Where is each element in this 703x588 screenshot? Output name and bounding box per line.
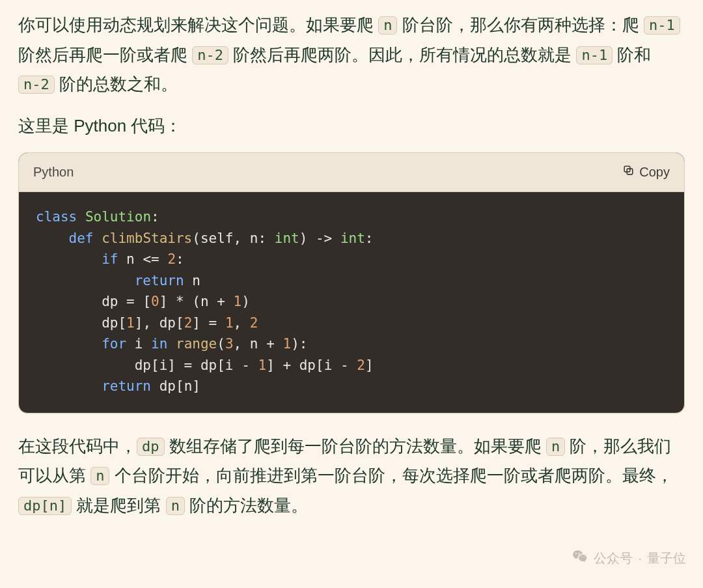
- tok-self: self: [200, 231, 234, 246]
- tok-def: def: [69, 231, 94, 246]
- tok-2: 2: [357, 357, 365, 373]
- tok-dp: dp: [135, 357, 151, 373]
- paragraph-2: 这里是 Python 代码：: [18, 111, 685, 141]
- tok-if: if: [102, 251, 118, 267]
- tok-n: n: [192, 273, 200, 288]
- code-body: class Solution: def climbStairs(self, n:…: [19, 192, 684, 413]
- inline-code-dp: dp: [137, 438, 165, 456]
- copy-icon: [622, 161, 635, 184]
- inline-code-n-2: n-2: [192, 46, 228, 64]
- paragraph-3: 在这段代码中，dp 数组存储了爬到每一阶台阶的方法数量。如果要爬 n 阶，那么我…: [18, 432, 685, 521]
- inline-code-n: n: [90, 467, 109, 485]
- watermark: 公众号 · 量子位: [572, 548, 686, 568]
- inline-code-n-1: n-1: [644, 16, 680, 35]
- inline-code-dp-n: dp[n]: [18, 497, 72, 515]
- article-content: 你可以使用动态规划来解决这个问题。如果要爬 n 阶台阶，那么你有两种选择：爬 n…: [18, 10, 685, 520]
- paragraph-1: 你可以使用动态规划来解决这个问题。如果要爬 n 阶台阶，那么你有两种选择：爬 n…: [18, 10, 685, 100]
- copy-button[interactable]: Copy: [622, 161, 670, 184]
- watermark-sep: ·: [638, 551, 642, 566]
- tok-climbstairs: climbStairs: [102, 231, 192, 246]
- tok-1: 1: [258, 357, 266, 373]
- text: 数组存储了爬到每一阶台阶的方法数量。如果要爬: [165, 436, 546, 456]
- tok-n: n: [200, 294, 209, 309]
- watermark-label: 公众号: [594, 550, 633, 567]
- tok-int: int: [340, 231, 365, 246]
- inline-code-n: n: [166, 497, 185, 515]
- tok-range: range: [176, 336, 217, 352]
- tok-int: int: [275, 231, 299, 246]
- tok-i: i: [159, 357, 168, 373]
- tok-dp: dp: [159, 315, 176, 331]
- copy-label: Copy: [639, 161, 670, 184]
- code-block: Python Copy class Solution: def climbSta…: [18, 152, 685, 413]
- inline-code-n: n: [378, 16, 397, 35]
- inline-code-n-2: n-2: [18, 76, 55, 94]
- tok-return: return: [135, 273, 184, 288]
- tok-solution: Solution: [85, 209, 151, 225]
- code-language-label: Python: [33, 161, 74, 184]
- tok-n: n: [126, 251, 135, 267]
- tok-dp: dp: [299, 357, 316, 373]
- tok-return: return: [102, 378, 151, 394]
- tok-i: i: [324, 357, 333, 373]
- tok-3: 3: [225, 336, 234, 352]
- text: 阶的总数之和。: [55, 74, 178, 94]
- tok-in: in: [151, 336, 167, 352]
- tok-2: 2: [167, 251, 176, 267]
- tok-n: n: [250, 231, 258, 246]
- inline-code-n: n: [546, 438, 565, 456]
- tok-2: 2: [250, 315, 258, 331]
- tok-1: 1: [234, 294, 242, 309]
- tok-1: 1: [283, 336, 291, 352]
- text: 阶和: [613, 45, 651, 64]
- code-header: Python Copy: [19, 153, 684, 192]
- watermark-name: 量子位: [647, 550, 686, 567]
- text: 在这段代码中，: [18, 436, 137, 456]
- tok-i: i: [225, 357, 234, 373]
- text: 个台阶开始，向前推进到第一阶台阶，每次选择爬一阶或者爬两阶。最终，: [109, 466, 672, 485]
- tok-0: 0: [151, 294, 159, 309]
- tok-dp: dp: [102, 315, 118, 331]
- tok-2: 2: [184, 315, 193, 331]
- tok-1: 1: [126, 315, 135, 331]
- tok-for: for: [102, 336, 126, 352]
- wechat-icon: [572, 548, 588, 568]
- inline-code-n-1: n-1: [576, 46, 613, 64]
- text: 阶的方法数量。: [185, 496, 308, 515]
- tok-class: class: [36, 209, 77, 225]
- text: 就是爬到第: [72, 496, 165, 515]
- text: 阶台阶，那么你有两种选择：爬: [397, 15, 643, 35]
- text: 阶然后再爬两阶。因此，所有情况的总数就是: [228, 45, 576, 64]
- tok-1: 1: [225, 315, 234, 331]
- text: 阶然后再爬一阶或者爬: [18, 45, 192, 64]
- tok-n: n: [184, 378, 193, 394]
- tok-n: n: [250, 336, 258, 352]
- tok-dp: dp: [159, 378, 176, 394]
- text: 你可以使用动态规划来解决这个问题。如果要爬: [18, 15, 378, 35]
- tok-dp: dp: [102, 294, 118, 309]
- tok-i: i: [135, 336, 143, 352]
- tok-dp: dp: [200, 357, 217, 373]
